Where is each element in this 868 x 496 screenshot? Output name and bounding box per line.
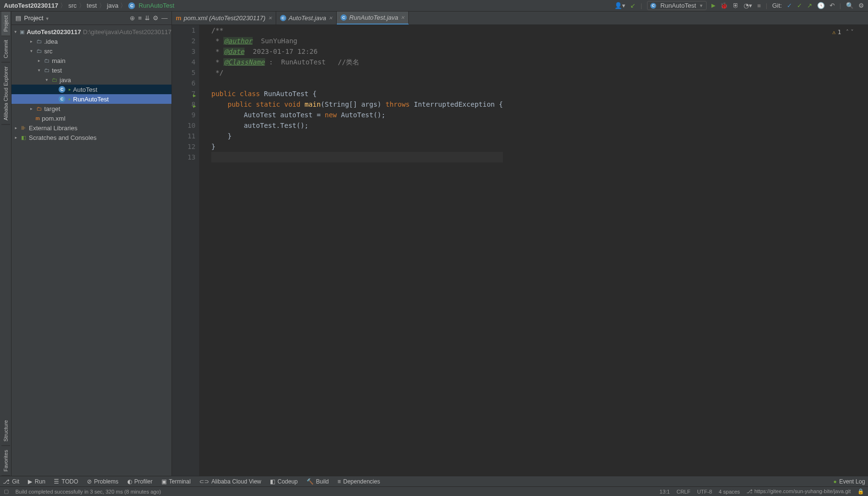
tree-chevron-icon[interactable]: ▸ — [29, 39, 34, 44]
chevron-down-icon[interactable]: ˅ — [851, 27, 854, 37]
project-tree[interactable]: ▾ ▣ AutoTest20230117 D:\gitee\java\AutoT… — [12, 25, 171, 476]
breadcrumb-src[interactable]: src — [68, 2, 76, 9]
code-line[interactable]: AutoTest autoTest = new AutoTest(); — [211, 110, 503, 120]
close-icon[interactable]: ✕ — [329, 15, 332, 21]
tree-external-libs[interactable]: ▸ ⊪ External Libraries — [12, 123, 171, 133]
locate-icon[interactable]: ⊕ — [130, 14, 135, 22]
chevron-right-icon[interactable]: ▸ — [13, 125, 18, 130]
breadcrumb-test[interactable]: test — [87, 2, 97, 9]
run-button[interactable]: ▶ — [711, 2, 715, 9]
bottom-tab[interactable]: ⊂⊃Alibaba Cloud View — [199, 478, 261, 485]
code-line[interactable]: } — [211, 141, 503, 152]
bottom-tab[interactable]: ▶Run — [28, 478, 45, 485]
code-line[interactable]: autoTest.Test(); — [211, 120, 503, 131]
tree-root-path: D:\gitee\java\AutoTest20230117 — [83, 28, 171, 36]
stop-button[interactable]: ■ — [757, 2, 761, 9]
expand-icon[interactable]: ≡ — [138, 14, 142, 22]
bottom-tab[interactable]: ◧Codeup — [270, 478, 298, 485]
git-history-icon[interactable]: 🕓 — [817, 2, 825, 9]
hide-icon[interactable]: — — [161, 14, 168, 22]
editor-tab[interactable]: CRunAutoTest.java✕ — [337, 12, 409, 25]
tree-chevron-icon[interactable]: ▾ — [29, 49, 34, 53]
tree-chevron-icon[interactable]: ▸ — [29, 106, 34, 111]
code-line[interactable]: public class RunAutoTest { — [211, 88, 503, 99]
tree-item[interactable]: ▾🗀test — [12, 65, 171, 75]
debug-button[interactable]: 🐞 — [720, 2, 728, 9]
indent[interactable]: 4 spaces — [719, 489, 740, 495]
coverage-button[interactable]: ⛨ — [733, 2, 739, 9]
code-line[interactable]: */ — [211, 67, 503, 78]
code-line[interactable]: * @author SunYuHang — [211, 36, 503, 46]
editor[interactable]: 1234567▶8▶910111213 /** * @author SunYuH… — [172, 25, 868, 476]
collapse-icon[interactable]: ⇊ — [145, 14, 150, 22]
tree-chevron-icon[interactable]: ▾ — [44, 77, 49, 82]
tree-item[interactable]: mpom.xml — [12, 113, 171, 123]
chevron-right-icon[interactable]: ▸ — [13, 135, 18, 140]
tree-item[interactable]: C▸AutoTest — [12, 85, 171, 94]
tree-chevron-icon[interactable] — [29, 116, 34, 121]
tree-chevron-icon[interactable]: ▾ — [37, 68, 41, 73]
bottom-tab[interactable]: ☰TODO — [54, 478, 78, 485]
encoding[interactable]: UTF-8 — [697, 489, 712, 495]
bottom-tab[interactable]: ⎇Git — [3, 478, 19, 485]
favorites-tool-tab[interactable]: Favorites — [1, 446, 10, 476]
tree-item[interactable]: ▸🗀.idea — [12, 37, 171, 46]
chevron-up-icon[interactable]: ˄ — [846, 27, 849, 37]
git-commit-icon[interactable]: ✓ — [797, 2, 802, 9]
run-config-dropdown[interactable]: C RunAutoTest ▼ — [647, 1, 707, 10]
settings-icon[interactable]: ⚙ — [153, 14, 159, 22]
git-pull-icon[interactable]: ✓ — [787, 2, 792, 9]
settings-icon[interactable]: ⚙ — [858, 2, 864, 9]
tree-scratches[interactable]: ▸ ◧ Scratches and Consoles — [12, 133, 171, 142]
code-line[interactable]: public static void main(String[] args) t… — [211, 99, 503, 110]
code-line[interactable]: * @date 2023-01-17 12:26 — [211, 46, 503, 57]
chevron-down-icon[interactable]: ▾ — [13, 29, 17, 34]
code-line[interactable]: * @ClassName : RunAutoTest //类名 — [211, 57, 503, 67]
structure-tool-tab[interactable]: Structure — [1, 416, 10, 446]
lock-icon[interactable]: 🔒 — [857, 488, 864, 495]
status-widget-icon[interactable]: ▢ — [4, 488, 9, 495]
code-line[interactable]: } — [211, 131, 503, 141]
git-revert-icon[interactable]: ↶ — [830, 2, 835, 9]
breadcrumb-class[interactable]: RunAutoTest — [138, 2, 174, 9]
editor-tab[interactable]: CAutoTest.java✕ — [276, 12, 337, 25]
commit-tool-tab[interactable]: Commit — [1, 36, 10, 62]
project-tool-tab[interactable]: Project — [1, 12, 10, 36]
bottom-tab[interactable]: ⊘Problems — [87, 478, 119, 485]
profile-button[interactable]: ◔▾ — [744, 2, 752, 9]
close-icon[interactable]: ✕ — [268, 15, 272, 21]
tree-chevron-icon[interactable] — [52, 87, 57, 92]
breadcrumb-project[interactable]: AutoTest20230117 — [4, 2, 58, 9]
caret-position[interactable]: 13:1 — [660, 489, 670, 495]
tree-item[interactable]: ▾🗀java — [12, 75, 171, 85]
project-panel-title[interactable]: Project ▼ — [24, 14, 127, 22]
code-body[interactable]: /** * @author SunYuHang * @date 2023-01-… — [200, 25, 503, 476]
event-log-tab[interactable]: ●Event Log — [833, 478, 865, 485]
line-gutter[interactable]: 1234567▶8▶910111213 — [172, 25, 200, 476]
tree-root[interactable]: ▾ ▣ AutoTest20230117 D:\gitee\java\AutoT… — [12, 27, 171, 37]
git-branch[interactable]: ⎇ https://gitee.com/sun-yuhang-bite/java… — [746, 488, 851, 495]
close-icon[interactable]: ✕ — [401, 15, 404, 20]
tree-item[interactable]: ▾🗀src — [12, 46, 171, 56]
tree-chevron-icon[interactable] — [52, 97, 57, 101]
bottom-tab[interactable]: 🔨Build — [306, 478, 329, 485]
editor-tab[interactable]: mpom.xml (AutoTest20230117)✕ — [172, 12, 276, 25]
line-separator[interactable]: CRLF — [676, 489, 690, 495]
alibaba-cloud-tab[interactable]: Alibaba Cloud Explorer — [1, 62, 10, 125]
code-line[interactable]: /** — [211, 25, 503, 36]
tree-item[interactable]: C▸RunAutoTest — [12, 94, 171, 104]
sync-down-icon[interactable]: ↙ — [630, 2, 636, 9]
add-user-icon[interactable]: 👤▾ — [614, 2, 625, 9]
search-icon[interactable]: 🔍 — [846, 2, 854, 9]
tree-item[interactable]: ▸🗀main — [12, 56, 171, 65]
tree-item[interactable]: ▸🗀target — [12, 104, 171, 113]
code-line[interactable] — [211, 152, 503, 162]
breadcrumb-java[interactable]: java — [107, 2, 119, 9]
bottom-tab[interactable]: ◐Profiler — [127, 478, 153, 485]
inspection-widget[interactable]: ⚠ 1 ˄ ˅ — [832, 27, 854, 37]
tree-chevron-icon[interactable]: ▸ — [37, 58, 41, 63]
code-line[interactable] — [211, 78, 503, 88]
bottom-tab[interactable]: ▣Terminal — [161, 478, 191, 485]
bottom-tab[interactable]: ≡Dependencies — [337, 478, 380, 485]
git-push-icon[interactable]: ↗ — [807, 2, 812, 9]
